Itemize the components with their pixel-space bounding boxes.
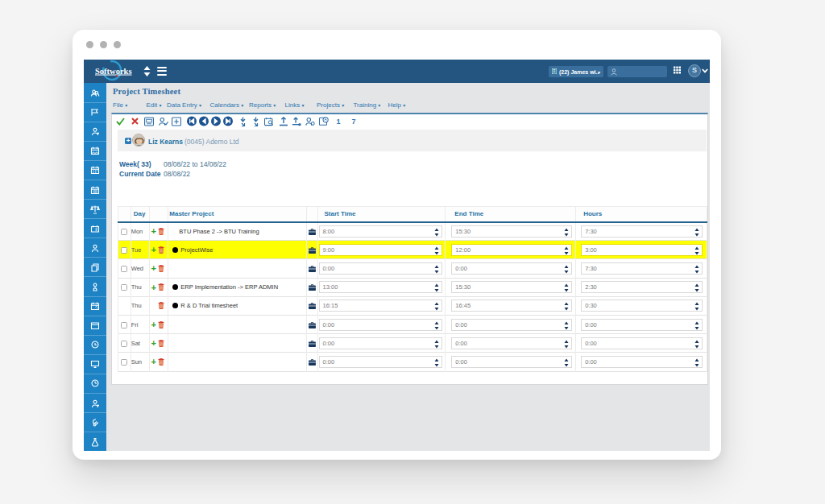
svg-text:Softworks: Softworks: [95, 67, 132, 76]
